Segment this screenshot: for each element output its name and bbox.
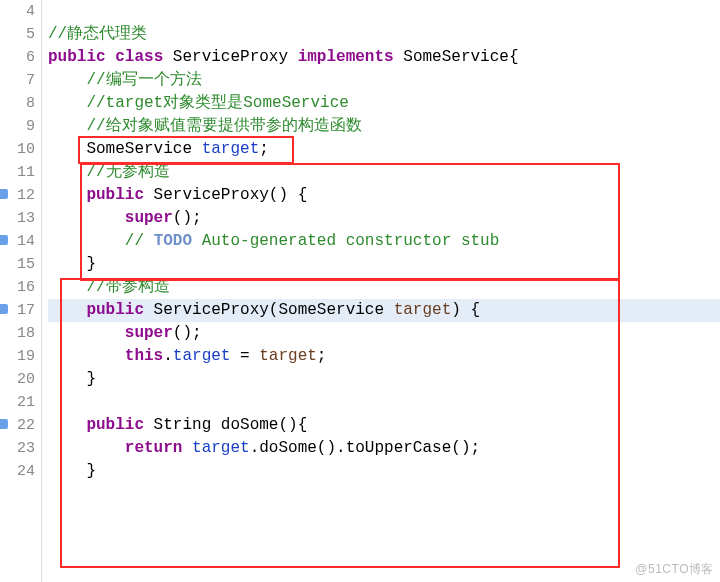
token [106,48,116,66]
line-number: 11 [0,161,35,184]
line-number: 14 [0,230,35,253]
code-editor[interactable]: 456789101112131415161718192021222324 //静… [0,0,720,582]
line-number: 6 [0,46,35,69]
token: } [48,370,96,388]
token [48,278,86,296]
token: public [86,301,144,319]
code-line[interactable]: // TODO Auto-generated constructor stub [48,230,720,253]
line-number-gutter: 456789101112131415161718192021222324 [0,0,42,582]
token: super [125,324,173,342]
line-number: 13 [0,207,35,230]
token: .doSome().toUpperCase(); [250,439,480,457]
token: public [86,186,144,204]
code-line[interactable]: super(); [48,322,720,345]
token [48,324,125,342]
code-line[interactable]: SomeService target; [48,138,720,161]
code-line[interactable]: //静态代理类 [48,23,720,46]
token: } [48,255,96,273]
line-number: 12 [0,184,35,207]
code-line[interactable]: //target对象类型是SomeService [48,92,720,115]
token: Auto-generated constructor stub [192,232,499,250]
token: //target对象类型是SomeService [86,94,348,112]
token: ; [259,140,269,158]
token [48,416,86,434]
code-line[interactable]: } [48,460,720,483]
token: ServiceProxy() { [144,186,307,204]
token: this [125,347,163,365]
token [48,163,86,181]
token [48,186,86,204]
code-line[interactable] [48,0,720,23]
code-line[interactable]: public class ServiceProxy implements Som… [48,46,720,69]
token: implements [298,48,394,66]
token: target [192,439,250,457]
code-line[interactable] [48,391,720,414]
token [48,71,86,89]
line-number: 8 [0,92,35,115]
code-line[interactable]: //带参构造 [48,276,720,299]
code-area[interactable]: //静态代理类public class ServiceProxy impleme… [42,0,720,582]
token: target [259,347,317,365]
token: class [115,48,163,66]
code-line[interactable]: this.target = target; [48,345,720,368]
token: //给对象赋值需要提供带参的构造函数 [86,117,361,135]
line-number: 15 [0,253,35,276]
code-line[interactable]: //无参构造 [48,161,720,184]
code-line[interactable]: public ServiceProxy(SomeService target) … [48,299,720,322]
line-number: 18 [0,322,35,345]
token [48,439,125,457]
line-number: 16 [0,276,35,299]
token: //静态代理类 [48,25,147,43]
line-number: 23 [0,437,35,460]
token: // [125,232,154,250]
token: //编写一个方法 [86,71,201,89]
token [48,117,86,135]
token: public [86,416,144,434]
token: (); [173,209,202,227]
token [182,439,192,457]
code-line[interactable]: } [48,253,720,276]
line-number: 10 [0,138,35,161]
token: = [230,347,259,365]
code-line[interactable]: //给对象赋值需要提供带参的构造函数 [48,115,720,138]
code-line[interactable]: return target.doSome().toUpperCase(); [48,437,720,460]
token: target [202,140,260,158]
line-number: 17 [0,299,35,322]
line-number: 4 [0,0,35,23]
line-number: 20 [0,368,35,391]
line-number: 19 [0,345,35,368]
token [48,232,125,250]
token: ; [317,347,327,365]
token [48,347,125,365]
code-line[interactable]: super(); [48,207,720,230]
token: //带参构造 [86,278,169,296]
code-line[interactable]: //编写一个方法 [48,69,720,92]
token [48,301,86,319]
line-number: 9 [0,115,35,138]
code-line[interactable]: } [48,368,720,391]
token: return [125,439,183,457]
token: ServiceProxy(SomeService [144,301,394,319]
line-number: 7 [0,69,35,92]
token: //无参构造 [86,163,169,181]
line-number: 21 [0,391,35,414]
token: String doSome(){ [144,416,307,434]
token: super [125,209,173,227]
line-number: 24 [0,460,35,483]
token: public [48,48,106,66]
token: SomeService [48,140,202,158]
token: . [163,347,173,365]
token: } [48,462,96,480]
token: target [394,301,452,319]
token: ServiceProxy [163,48,297,66]
token: (); [173,324,202,342]
line-number: 5 [0,23,35,46]
code-line[interactable]: public String doSome(){ [48,414,720,437]
code-line[interactable]: public ServiceProxy() { [48,184,720,207]
token: ) { [451,301,480,319]
token [48,209,125,227]
token: TODO [154,232,192,250]
token: target [173,347,231,365]
token [48,94,86,112]
token: SomeService{ [394,48,519,66]
